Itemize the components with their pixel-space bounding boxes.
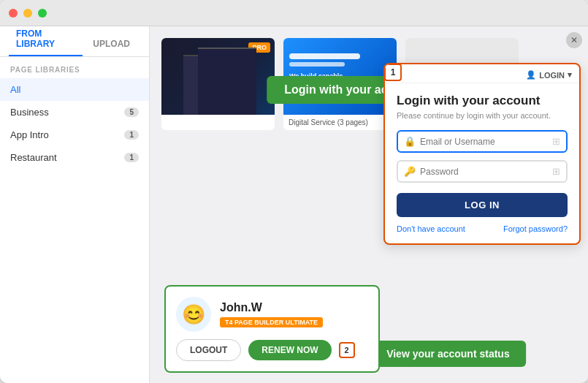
minimize-traffic-light[interactable] [23, 9, 32, 18]
sidebar-item-restaurant-label: Restaurant [10, 152, 57, 163]
user-info: John.W T4 PAGE BUILDER ULTIMATE [220, 301, 323, 327]
forgot-password-link[interactable]: Forgot password? [503, 224, 568, 233]
user-name: John.W [220, 301, 323, 314]
sidebar: FROM LIBRARY UPLOAD PAGE LIBRARIES All B… [0, 26, 150, 383]
login-subtitle: Please continue by login with your accou… [397, 111, 568, 120]
email-input[interactable] [420, 137, 552, 147]
sidebar-item-business-badge: 5 [124, 107, 139, 117]
maximize-traffic-light[interactable] [38, 9, 47, 18]
login-top-button[interactable]: 👤 LOGIN ▾ [526, 70, 572, 80]
key-icon: 🔑 [404, 166, 416, 177]
tab-upload[interactable]: UPLOAD [85, 33, 137, 56]
login-submit-button[interactable]: LOG IN [397, 193, 568, 217]
close-traffic-light[interactable] [9, 9, 18, 18]
titlebar [0, 0, 588, 26]
login-top-label: LOGIN [539, 71, 565, 80]
app-window: FROM LIBRARY UPLOAD PAGE LIBRARIES All B… [0, 0, 588, 383]
sidebar-item-app-intro[interactable]: App Intro 1 [0, 124, 149, 146]
sidebar-item-all-label: All [10, 84, 20, 95]
login-step-badge: 1 [384, 64, 402, 81]
chevron-down-icon: ▾ [568, 70, 572, 80]
card-building-label [161, 115, 275, 130]
card-building-thumb: PRO [161, 38, 275, 115]
eye-icon: ⊞ [552, 136, 560, 147]
step-badge-2: 2 [339, 342, 355, 358]
password-input[interactable] [420, 167, 552, 177]
login-title: Login with your account [397, 94, 568, 108]
sidebar-item-business-label: Business [10, 107, 49, 118]
sidebar-item-business[interactable]: Business 5 [0, 101, 149, 124]
content-area: ✕ PRO We build capableenergy manage... [150, 26, 588, 383]
close-button[interactable]: ✕ [566, 32, 582, 48]
user-card-top: 😊 John.W T4 PAGE BUILDER ULTIMATE [176, 297, 368, 332]
renew-button[interactable]: RENEW NOW [248, 340, 331, 360]
email-input-wrap[interactable]: 🔒 ⊞ [397, 130, 568, 153]
plan-badge: T4 PAGE BUILDER ULTIMATE [220, 317, 323, 327]
tab-from-library[interactable]: FROM LIBRARY [9, 23, 83, 56]
sidebar-item-restaurant[interactable]: Restaurant 1 [0, 146, 149, 169]
links-row: Don't have account Forgot password? [397, 224, 568, 233]
user-card: 😊 John.W T4 PAGE BUILDER ULTIMATE LOGOUT… [164, 285, 380, 373]
sidebar-item-all[interactable]: All [0, 78, 149, 101]
dont-have-account-link[interactable]: Don't have account [397, 224, 465, 233]
password-input-wrap[interactable]: 🔑 ⊞ [397, 160, 568, 183]
eye-closed-icon: ⊞ [552, 166, 560, 177]
card-digital-label: Digital Service (3 pages) [283, 115, 397, 130]
login-panel: 1 👤 LOGIN ▾ Login with your account Plea… [383, 63, 581, 245]
account-banner-text: View your account status [386, 348, 510, 360]
person-icon: 👤 [526, 70, 536, 80]
login-body: Login with your account Please continue … [385, 83, 579, 243]
card-building[interactable]: PRO [161, 38, 275, 130]
avatar: 😊 [176, 297, 211, 332]
sidebar-item-app-intro-label: App Intro [10, 129, 49, 140]
login-panel-header: 👤 LOGIN ▾ [385, 64, 579, 83]
pro-badge: PRO [248, 42, 270, 53]
sidebar-item-app-intro-badge: 1 [124, 130, 139, 140]
section-label: PAGE LIBRARIES [0, 57, 149, 78]
lock-icon: 🔒 [404, 136, 416, 147]
user-card-actions: LOGOUT RENEW NOW 2 [176, 339, 368, 361]
main-layout: FROM LIBRARY UPLOAD PAGE LIBRARIES All B… [0, 26, 588, 383]
logout-button[interactable]: LOGOUT [176, 339, 241, 361]
tabs-row: FROM LIBRARY UPLOAD [0, 26, 149, 57]
sidebar-item-restaurant-badge: 1 [124, 153, 139, 162]
